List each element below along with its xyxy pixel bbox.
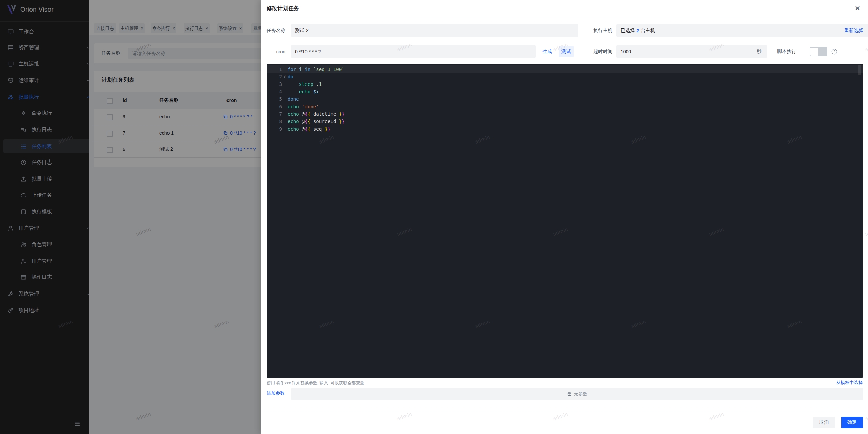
add-parameter-link[interactable]: 添加参数 [267, 390, 285, 396]
drawer-title: 修改计划任务 [267, 5, 299, 12]
empty-box-icon [567, 392, 572, 396]
edit-scheduled-task-drawer: 修改计划任务 ✕ 任务名称 执行主机 已选择 2 台主机 重新选择 cron 生… [261, 0, 868, 434]
code-line: 2∨do [267, 73, 863, 80]
exec-host-field[interactable]: 已选择 2 台主机 [616, 24, 868, 37]
cron-generate-link[interactable]: 生成 [542, 49, 552, 55]
close-icon[interactable]: ✕ [854, 4, 861, 12]
watermark-text: admin [864, 42, 868, 53]
line-number: 5 [267, 95, 282, 103]
host-selected-count: 2 [635, 28, 641, 33]
code-line: 7echo @{{ datetime }} [267, 110, 863, 118]
line-number: 7 [267, 110, 282, 118]
choose-from-template-link[interactable]: 从模板中选择 [836, 380, 863, 386]
exec-host-label: 执行主机 [582, 24, 612, 37]
timeout-unit: 秒 [757, 45, 762, 58]
toggle-knob [810, 48, 818, 56]
line-number: 8 [267, 118, 282, 125]
code-line: 3 sleep .1 [267, 80, 863, 88]
reselect-hosts-link[interactable]: 重新选择 [844, 27, 863, 34]
footer-divider [261, 412, 868, 412]
help-icon[interactable]: ? [831, 49, 837, 55]
line-number: 4 [267, 88, 282, 95]
line-number: 1 [267, 65, 282, 73]
code-line: 4 echo $i [267, 88, 863, 95]
watermark-text: admin [396, 411, 413, 422]
script-exec-label: 脚本执行 [777, 45, 796, 58]
timeout-input[interactable] [616, 45, 767, 58]
script-code-editor[interactable]: 1for i in `seq 1 100`2∨do3 sleep .14 ech… [267, 64, 863, 378]
host-selected-suffix: 台主机 [641, 27, 655, 34]
timeout-label: 超时时间 [582, 45, 612, 58]
line-number: 6 [267, 103, 282, 110]
line-number: 3 [267, 80, 282, 88]
parameter-hint: 使用 @{{ xxx }} 来替换参数, 输入_可以获取全部变量 [267, 380, 364, 386]
cron-test-link[interactable]: 测试 [561, 49, 571, 55]
divider [261, 17, 868, 17]
code-line: 1for i in `seq 1 100` [267, 65, 863, 73]
task-name-label: 任务名称 [267, 24, 285, 37]
line-number: 9 [267, 125, 282, 133]
fold-chevron-icon[interactable]: ∨ [283, 73, 287, 80]
confirm-button[interactable]: 确定 [841, 417, 863, 428]
code-line: 6echo 'done' [267, 103, 863, 110]
script-exec-toggle[interactable] [810, 47, 827, 56]
line-number: 2 [267, 73, 282, 80]
watermark-text: admin [552, 411, 569, 422]
code-line: 5done [267, 95, 863, 103]
task-name-input[interactable] [291, 24, 578, 37]
watermark-text: admin [864, 226, 868, 237]
cron-input[interactable] [291, 45, 536, 58]
editor-scrollbar-thumb[interactable] [858, 65, 861, 75]
host-selected-prefix: 已选择 [620, 27, 635, 34]
svg-text:?: ? [833, 50, 835, 54]
code-line: 9echo @{{ seq }} [267, 125, 863, 133]
no-parameters-text: 无参数 [574, 391, 587, 397]
parameters-empty-bar: 无参数 [291, 388, 863, 400]
code-line: 8echo @{{ sourceId }} [267, 118, 863, 125]
cron-label: cron [267, 45, 285, 58]
cancel-button[interactable]: 取消 [813, 417, 835, 428]
watermark-text: admin [864, 411, 868, 422]
watermark-text: admin [708, 411, 725, 422]
